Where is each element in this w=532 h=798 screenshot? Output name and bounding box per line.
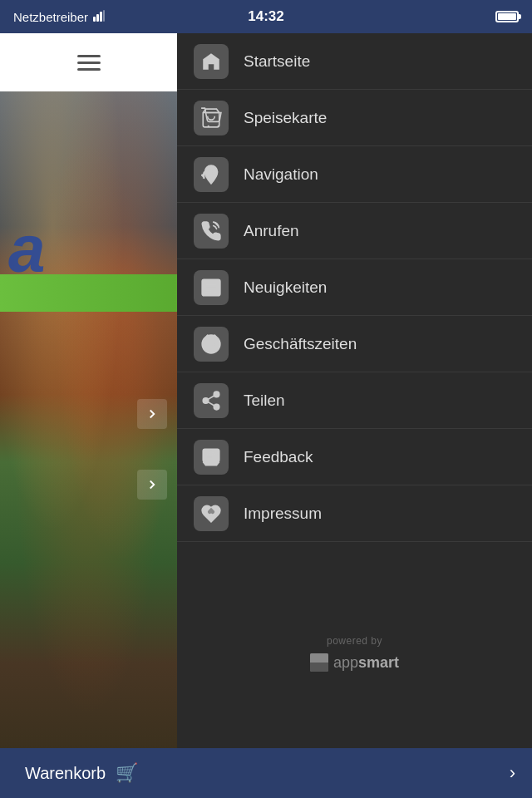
nav-label-impressum: Impressum — [244, 505, 322, 523]
nav-item-impressum[interactable]: Impressum — [177, 485, 532, 542]
feedback-icon — [200, 446, 222, 468]
nav-item-teilen[interactable]: Teilen — [177, 372, 532, 429]
nav-item-speisekarte[interactable]: Speisekarte — [177, 90, 532, 146]
nav-item-geschaeftszeiten[interactable]: Geschäftszeiten — [177, 316, 532, 372]
nav-item-neuigkeiten[interactable]: Neuigkeiten — [177, 259, 532, 316]
map-icon-container — [194, 157, 229, 192]
svg-rect-3 — [103, 10, 105, 22]
warenkorb-label: Warenkorb — [25, 764, 106, 783]
chevron-button-1[interactable] — [137, 399, 167, 429]
nav-item-startseite[interactable]: Startseite — [177, 33, 532, 90]
svg-rect-1 — [96, 14, 99, 22]
logo-letter: a — [8, 216, 46, 283]
hamburger-button[interactable] — [77, 55, 101, 71]
newspaper-icon-container — [194, 270, 229, 305]
svg-line-17 — [208, 396, 214, 399]
handshake-icon — [200, 503, 222, 525]
left-panel: a — [0, 33, 177, 765]
home-icon — [200, 51, 222, 72]
status-bar: Netzbetreiber 14:32 — [0, 0, 532, 33]
map-icon — [200, 164, 222, 185]
svg-point-14 — [203, 397, 209, 403]
svg-rect-0 — [93, 17, 96, 22]
clock-icon-container — [194, 327, 229, 362]
nav-label-teilen: Teilen — [244, 392, 285, 410]
share-icon — [200, 390, 222, 411]
nav-label-geschaeftszeiten: Geschäftszeiten — [244, 335, 357, 353]
nav-item-anrufen[interactable]: Anrufen — [177, 203, 532, 259]
svg-point-4 — [208, 125, 209, 126]
bottom-bar-content: Warenkorb 🛒 — [25, 762, 138, 784]
appsmart-logo: appsmart — [310, 653, 399, 672]
svg-rect-2 — [100, 12, 102, 22]
right-nav-panel: Startseite Speisekarte — [177, 33, 532, 765]
cart-icon-container — [194, 101, 229, 135]
nav-label-startseite: Startseite — [244, 52, 310, 71]
left-header — [0, 33, 177, 91]
main-container: a Startseite — [0, 33, 532, 765]
nav-label-neuigkeiten: Neuigkeiten — [244, 278, 327, 297]
carrier-name: Netzbetreiber — [13, 10, 88, 24]
clock-icon — [200, 333, 222, 355]
svg-point-15 — [214, 404, 219, 410]
appsmart-icon — [310, 653, 328, 672]
battery-area — [495, 11, 519, 22]
share-icon-container — [194, 383, 229, 418]
appsmart-text: appsmart — [333, 654, 399, 672]
powered-by-section: powered by appsmart — [177, 542, 532, 765]
home-icon-container — [194, 44, 229, 79]
nav-label-anrufen: Anrufen — [244, 222, 299, 240]
clock: 14:32 — [248, 8, 283, 25]
handshake-icon-container — [194, 496, 229, 531]
svg-point-6 — [209, 170, 213, 174]
signal-icon — [93, 10, 105, 24]
left-content: a — [0, 91, 177, 765]
feedback-icon-container — [194, 440, 229, 475]
cart-icon-bottom: 🛒 — [116, 762, 138, 784]
chevron-button-2[interactable] — [137, 470, 167, 500]
battery-icon — [495, 11, 519, 22]
bottom-chevron-icon: › — [510, 762, 515, 784]
svg-point-5 — [218, 125, 219, 126]
nav-item-navigation[interactable]: Navigation — [177, 146, 532, 203]
cart-icon — [200, 107, 222, 129]
bottom-bar[interactable]: Warenkorb 🛒 › — [0, 748, 532, 798]
nav-item-feedback[interactable]: Feedback — [177, 429, 532, 485]
svg-line-16 — [208, 401, 214, 405]
carrier-info: Netzbetreiber — [13, 10, 105, 24]
phone-icon — [200, 220, 222, 242]
nav-label-speisekarte: Speisekarte — [244, 109, 327, 127]
svg-rect-11 — [213, 288, 216, 292]
svg-point-13 — [214, 392, 219, 397]
nav-label-navigation: Navigation — [244, 165, 318, 184]
phone-icon-container — [194, 214, 229, 249]
powered-by-text: powered by — [327, 635, 382, 647]
nav-label-feedback: Feedback — [244, 448, 313, 466]
newspaper-icon — [200, 277, 222, 298]
